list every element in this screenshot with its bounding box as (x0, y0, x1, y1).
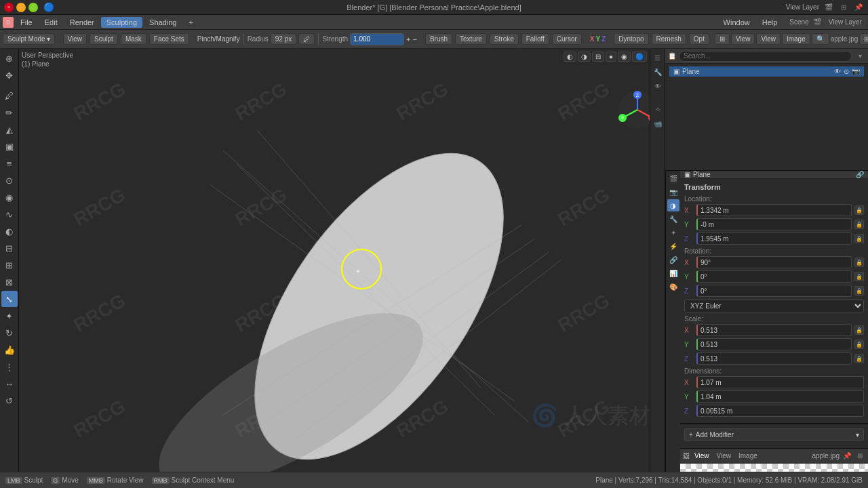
radius-value[interactable]: 92 px (271, 33, 296, 45)
img-view-btn[interactable]: View (692, 451, 712, 460)
loc-x-input[interactable] (696, 204, 852, 216)
mode-dropdown[interactable]: Sculpt Mode ▾ (3, 33, 55, 45)
tool-cursor[interactable]: ⊕ (1, 50, 18, 66)
n-view-tab[interactable]: 👁 (652, 80, 664, 92)
texture-btn[interactable]: Texture (455, 33, 487, 45)
vp-material-btn[interactable]: ◉ (618, 52, 631, 62)
restrict-icon[interactable]: ⊙ (844, 68, 849, 75)
dim-x-input[interactable] (696, 376, 864, 388)
header-expand-icon[interactable]: ⊞ (838, 2, 849, 13)
tool-pose[interactable]: ⋮ (1, 359, 18, 375)
prop-modifier-icon[interactable]: 🔧 (667, 213, 679, 225)
scale-z-lock[interactable]: 🔒 (854, 354, 864, 363)
outliner-item-plane[interactable]: ▣ Plane 👁 ⊙ 📷 (669, 66, 864, 77)
menu-sculpting[interactable]: Sculpting (101, 17, 142, 28)
face-sets-btn[interactable]: Face Sets (149, 33, 189, 45)
loc-x-lock[interactable]: 🔒 (854, 205, 864, 215)
menu-shading[interactable]: Shading (144, 17, 182, 28)
img-header-icon2[interactable]: ⊞ (854, 451, 865, 462)
vp-solid-btn[interactable]: ● (606, 52, 616, 62)
img-view2-btn[interactable]: View (714, 451, 734, 460)
scale-x-lock[interactable]: 🔒 (854, 325, 864, 335)
outliner-search[interactable] (679, 51, 852, 62)
prop-particles-icon[interactable]: ✦ (667, 226, 679, 239)
tool-flatten[interactable]: ⊟ (1, 240, 18, 256)
img-header-icon1[interactable]: 📌 (842, 451, 852, 462)
mask-btn[interactable]: Mask (121, 33, 146, 45)
viewport[interactable]: RRCG RRCG RRCG RRCG RRCG RRCG RRCG RRCG … (19, 49, 665, 472)
n-sculpt-tab[interactable]: ✧ (652, 103, 664, 115)
view-local-btn[interactable]: View (756, 33, 781, 45)
image-btn[interactable]: Image (782, 33, 810, 45)
rot-y-lock[interactable]: 🔒 (854, 272, 864, 281)
prop-physics-icon[interactable]: ⚡ (667, 240, 679, 252)
remesh-btn[interactable]: Remesh (652, 33, 686, 45)
tool-fill[interactable]: ⊞ (1, 257, 18, 273)
rot-x-lock[interactable]: 🔒 (854, 258, 864, 267)
tool-crease[interactable]: ∿ (1, 206, 18, 222)
close-btn[interactable]: × (4, 3, 14, 12)
dim-y-input[interactable] (696, 390, 864, 403)
prop-data-icon[interactable]: 📊 (667, 267, 679, 279)
tool-rotate[interactable]: ↺ (1, 392, 18, 409)
header-scene-icon[interactable]: 🎬 (823, 2, 834, 13)
add-modifier-btn[interactable]: + Add Modifier ▾ (684, 428, 864, 441)
vp-overlays-btn[interactable]: ◐ (564, 52, 576, 62)
menu-plus[interactable]: + (183, 17, 198, 28)
tool-draw2[interactable]: ✏ (1, 104, 18, 121)
menu-help[interactable]: Help (757, 17, 783, 28)
strength-add[interactable]: + (406, 35, 410, 43)
prop-constraints-icon[interactable]: 🔗 (667, 253, 679, 266)
visibility-icon[interactable]: 👁 (834, 68, 841, 75)
stroke-btn[interactable]: Stroke (490, 33, 519, 45)
tool-draw[interactable]: 🖊 (1, 87, 18, 104)
scene-icon[interactable]: 🎬 (812, 17, 823, 28)
brush-btn[interactable]: Brush (425, 33, 452, 45)
loc-z-input[interactable] (696, 232, 852, 245)
view-ortho-btn[interactable]: View (731, 33, 755, 45)
rot-z-lock[interactable]: 🔒 (854, 286, 864, 296)
tool-smooth[interactable]: ◐ (1, 223, 18, 239)
scale-z-input[interactable] (696, 352, 852, 365)
props-link-icon[interactable]: 🔗 (856, 171, 864, 178)
loc-y-lock[interactable]: 🔒 (854, 220, 864, 229)
header-pin-icon[interactable]: 📌 (853, 2, 864, 13)
rot-y-input[interactable] (696, 270, 852, 283)
tool-nudge[interactable]: ↔ (1, 375, 18, 392)
vp-wire-btn[interactable]: ⊟ (592, 52, 604, 62)
scale-x-input[interactable] (696, 324, 852, 336)
menu-render[interactable]: Render (64, 17, 100, 28)
img-btn1[interactable]: ⊞ (859, 33, 868, 45)
image-zoom[interactable]: 🔍 (812, 33, 829, 45)
tool-thumb[interactable]: 👍 (1, 342, 18, 358)
cursor-btn[interactable]: Cursor (552, 33, 582, 45)
menu-window[interactable]: Window (718, 17, 755, 28)
outliner-filter-icon[interactable]: ▾ (854, 51, 865, 62)
prop-material-icon[interactable]: 🎨 (667, 281, 679, 293)
vp-render-btn[interactable]: 🔵 (632, 52, 647, 62)
tool-snake[interactable]: ↻ (1, 325, 18, 341)
tool-clay2[interactable]: ▣ (1, 138, 18, 155)
sculpt-btn[interactable]: Sculpt (90, 33, 118, 45)
view-persp-btn[interactable]: ⊞ (715, 33, 730, 45)
strength-slider[interactable]: 1.000 (350, 33, 404, 45)
tool-scrape[interactable]: ⊠ (1, 274, 18, 290)
strength-sub[interactable]: − (413, 35, 417, 43)
img-image-btn[interactable]: Image (736, 451, 760, 460)
tool-grab[interactable]: ✦ (1, 308, 18, 324)
tool-layer[interactable]: ≡ (1, 155, 18, 171)
tool-inflate[interactable]: ⊙ (1, 172, 18, 188)
vp-shading-btn[interactable]: ◑ (578, 52, 591, 62)
maximize-btn[interactable]: □ (28, 3, 38, 12)
n-screencast[interactable]: 📹 (652, 117, 664, 129)
loc-z-lock[interactable]: 🔒 (854, 234, 864, 243)
rot-z-input[interactable] (696, 285, 852, 297)
tool-clay[interactable]: ◭ (1, 121, 18, 138)
opt-btn[interactable]: Opt (689, 33, 709, 45)
prop-scene-icon[interactable]: 🎬 (667, 172, 679, 184)
falloff-btn[interactable]: Falloff (521, 33, 549, 45)
rot-x-input[interactable] (696, 256, 852, 268)
n-tool-tab[interactable]: 🔧 (652, 66, 664, 78)
dyntopo-btn[interactable]: Dyntopo (614, 33, 648, 45)
scale-y-input[interactable] (696, 338, 852, 350)
